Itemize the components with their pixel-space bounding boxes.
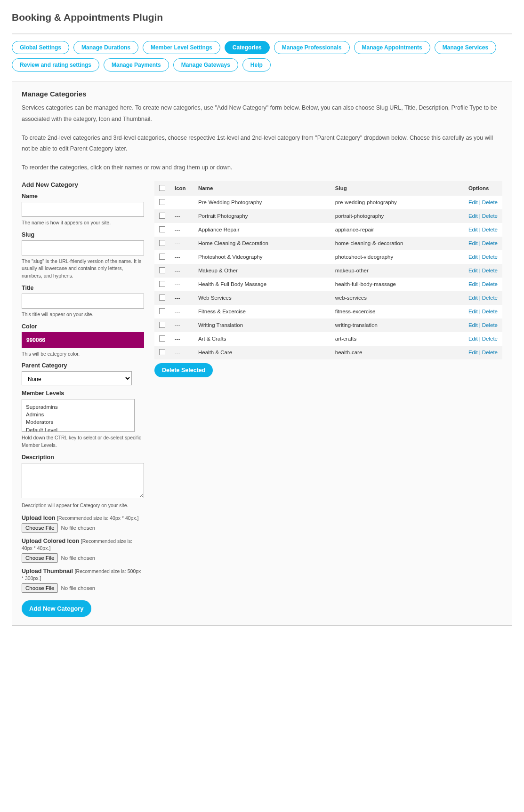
col-slug: Slug bbox=[331, 181, 464, 196]
delete-link[interactable]: Delete bbox=[482, 309, 498, 314]
table-row[interactable]: ---Portrait Photographyportrait-photogra… bbox=[154, 209, 502, 223]
tab-manage-durations[interactable]: Manage Durations bbox=[73, 41, 138, 54]
parent-category-label: Parent Category bbox=[22, 362, 144, 369]
row-icon: --- bbox=[170, 196, 193, 209]
member-level-option[interactable]: Superadmins bbox=[26, 403, 130, 411]
table-row[interactable]: ---Health & Carehealth-careEdit|Delete bbox=[154, 346, 502, 359]
delete-link[interactable]: Delete bbox=[482, 350, 498, 355]
table-row[interactable]: ---Writing Translationwriting-translatio… bbox=[154, 318, 502, 332]
description-textarea[interactable] bbox=[22, 463, 144, 498]
edit-link[interactable]: Edit bbox=[468, 336, 478, 342]
table-row[interactable]: ---Health & Full Body Massagehealth-full… bbox=[154, 278, 502, 291]
tab-manage-services[interactable]: Manage Services bbox=[435, 41, 496, 54]
delete-link[interactable]: Delete bbox=[482, 336, 498, 342]
row-checkbox[interactable] bbox=[159, 267, 165, 273]
upload-colored-icon-choose-button[interactable]: Choose File bbox=[22, 553, 58, 563]
row-icon: --- bbox=[170, 223, 193, 237]
delete-link[interactable]: Delete bbox=[482, 213, 498, 219]
tab-manage-payments[interactable]: Manage Payments bbox=[104, 58, 169, 72]
row-checkbox[interactable] bbox=[159, 281, 165, 287]
table-row[interactable]: ---Home Cleaning & Decorationhome-cleani… bbox=[154, 237, 502, 250]
tab-review-and-rating-settings[interactable]: Review and rating settings bbox=[12, 58, 99, 72]
row-checkbox[interactable] bbox=[159, 213, 165, 219]
delete-link[interactable]: Delete bbox=[482, 254, 498, 260]
row-checkbox[interactable] bbox=[159, 295, 165, 301]
edit-link[interactable]: Edit bbox=[468, 240, 478, 246]
tab-manage-professionals[interactable]: Manage Professionals bbox=[274, 41, 350, 54]
upload-thumbnail-choose-button[interactable]: Choose File bbox=[22, 583, 58, 593]
row-checkbox[interactable] bbox=[159, 226, 165, 232]
edit-link[interactable]: Edit bbox=[468, 350, 478, 355]
row-name: Fitness & Excercise bbox=[193, 305, 331, 318]
edit-link[interactable]: Edit bbox=[468, 268, 478, 273]
row-name: Health & Full Body Massage bbox=[193, 278, 331, 291]
delete-link[interactable]: Delete bbox=[482, 240, 498, 246]
edit-link[interactable]: Edit bbox=[468, 322, 478, 328]
tab-global-settings[interactable]: Global Settings bbox=[12, 41, 69, 54]
color-input[interactable]: 990066 bbox=[22, 332, 144, 348]
parent-category-select[interactable]: None bbox=[22, 371, 132, 385]
row-slug: fitness-excercise bbox=[331, 305, 464, 318]
delete-selected-button[interactable]: Delete Selected bbox=[154, 363, 213, 377]
row-checkbox[interactable] bbox=[159, 308, 165, 314]
edit-link[interactable]: Edit bbox=[468, 309, 478, 314]
row-checkbox[interactable] bbox=[159, 335, 165, 342]
delete-link[interactable]: Delete bbox=[482, 322, 498, 328]
table-row[interactable]: ---Web Servicesweb-servicesEdit|Delete bbox=[154, 291, 502, 305]
table-row[interactable]: ---Makeup & Othermakeup-otherEdit|Delete bbox=[154, 264, 502, 278]
member-levels-label: Member Levels bbox=[22, 390, 144, 397]
tab-help[interactable]: Help bbox=[242, 58, 271, 72]
col-options: Options bbox=[464, 181, 502, 196]
member-level-option[interactable]: Moderators bbox=[26, 418, 130, 426]
row-icon: --- bbox=[170, 209, 193, 223]
row-checkbox[interactable] bbox=[159, 349, 165, 355]
title-input[interactable] bbox=[22, 294, 144, 309]
delete-link[interactable]: Delete bbox=[482, 268, 498, 273]
add-new-category-button[interactable]: Add New Category bbox=[22, 600, 91, 617]
table-row[interactable]: ---Photoshoot & Videographyphotoshoot-vi… bbox=[154, 250, 502, 264]
table-row[interactable]: ---Appliance Repairappliance-repairEdit|… bbox=[154, 223, 502, 237]
row-checkbox[interactable] bbox=[159, 322, 165, 328]
member-level-option[interactable]: Admins bbox=[26, 411, 130, 418]
member-levels-select[interactable]: SuperadminsAdminsModeratorsDefault Level bbox=[22, 399, 135, 432]
tab-member-level-settings[interactable]: Member Level Settings bbox=[143, 41, 220, 54]
name-input[interactable] bbox=[22, 202, 144, 217]
row-slug: health-care bbox=[331, 346, 464, 359]
slug-input[interactable] bbox=[22, 240, 144, 255]
categories-table: Icon Name Slug Options ---Pre-Wedding Ph… bbox=[154, 181, 502, 359]
upload-icon-choose-button[interactable]: Choose File bbox=[22, 523, 58, 533]
row-checkbox[interactable] bbox=[159, 199, 165, 205]
delete-link[interactable]: Delete bbox=[482, 295, 498, 301]
table-row[interactable]: ---Fitness & Excercisefitness-excerciseE… bbox=[154, 305, 502, 318]
edit-link[interactable]: Edit bbox=[468, 199, 478, 205]
row-icon: --- bbox=[170, 264, 193, 278]
upload-icon-rec: [Recommended size is: 40px * 40px.] bbox=[57, 515, 138, 521]
upload-icon-label: Upload Icon bbox=[22, 515, 56, 521]
tab-manage-gateways[interactable]: Manage Gateways bbox=[173, 58, 238, 72]
tab-manage-appointments[interactable]: Manage Appointments bbox=[354, 41, 430, 54]
select-all-checkbox[interactable] bbox=[159, 185, 165, 191]
edit-link[interactable]: Edit bbox=[468, 295, 478, 301]
delete-link[interactable]: Delete bbox=[482, 227, 498, 232]
row-checkbox[interactable] bbox=[159, 254, 165, 260]
edit-link[interactable]: Edit bbox=[468, 227, 478, 232]
row-slug: makeup-other bbox=[331, 264, 464, 278]
row-checkbox[interactable] bbox=[159, 240, 165, 246]
table-row[interactable]: ---Pre-Wedding Photographypre-wedding-ph… bbox=[154, 196, 502, 209]
edit-link[interactable]: Edit bbox=[468, 213, 478, 219]
edit-link[interactable]: Edit bbox=[468, 281, 478, 287]
row-name: Writing Translation bbox=[193, 318, 331, 332]
edit-link[interactable]: Edit bbox=[468, 254, 478, 260]
row-slug: pre-wedding-photography bbox=[331, 196, 464, 209]
table-row[interactable]: ---Art & Craftsart-craftsEdit|Delete bbox=[154, 332, 502, 346]
row-slug: writing-translation bbox=[331, 318, 464, 332]
delete-link[interactable]: Delete bbox=[482, 199, 498, 205]
member-level-option[interactable]: Default Level bbox=[26, 426, 130, 432]
form-section-title: Add New Category bbox=[22, 181, 144, 188]
row-slug: photoshoot-videography bbox=[331, 250, 464, 264]
row-icon: --- bbox=[170, 318, 193, 332]
row-icon: --- bbox=[170, 332, 193, 346]
delete-link[interactable]: Delete bbox=[482, 281, 498, 287]
tab-categories[interactable]: Categories bbox=[225, 41, 270, 54]
upload-thumbnail-status: No file chosen bbox=[61, 585, 95, 591]
